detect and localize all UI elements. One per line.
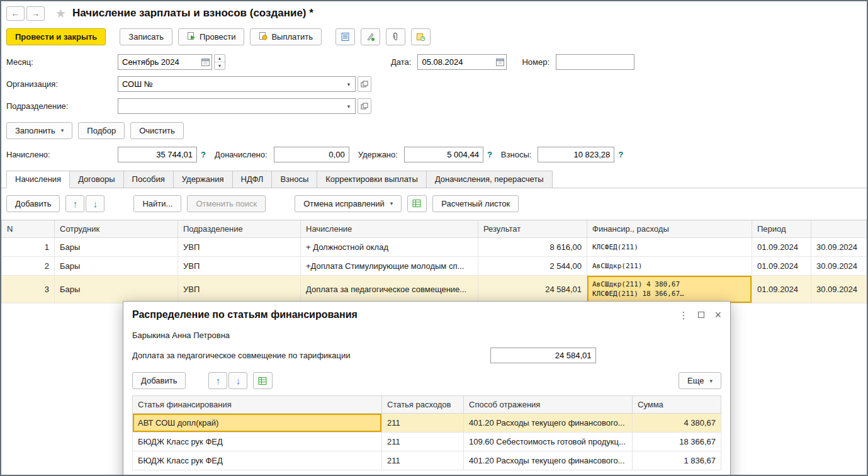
withheld-input[interactable] <box>404 147 483 162</box>
cell-method[interactable]: 109.60 Себестоимость готовой продукц... <box>464 433 633 451</box>
payslip-button[interactable]: Расчетный листок <box>432 195 519 212</box>
cell-employee[interactable]: Бары <box>55 276 178 303</box>
save-button[interactable]: Записать <box>120 28 172 45</box>
dialog-grid-settings-icon[interactable] <box>253 372 273 389</box>
department-input[interactable] <box>118 98 356 114</box>
cell-article[interactable]: АВТ СОШ допл(край) <box>133 414 382 433</box>
department-open-icon[interactable] <box>358 98 371 114</box>
tab-ndfl[interactable]: НДФЛ <box>232 171 273 188</box>
month-input[interactable] <box>118 54 212 70</box>
withheld-help-icon[interactable]: ? <box>487 150 492 159</box>
grid-settings-icon[interactable] <box>407 195 427 212</box>
month-field <box>118 54 212 70</box>
tab-posobiya[interactable]: Пособия <box>123 171 174 188</box>
tab-korrektirovki[interactable]: Корректировки выплаты <box>317 171 427 188</box>
month-calendar-icon[interactable] <box>199 55 211 69</box>
cell-accrual[interactable]: Доплата за педагогическое совмещение... <box>301 276 478 303</box>
cell-period-start[interactable]: 01.09.2024 <box>752 238 811 257</box>
cell-period-end[interactable]: 30.09.2024 <box>811 257 867 276</box>
cell-sum[interactable]: 1 836,67 <box>633 451 721 470</box>
table-row[interactable]: 2 Бары УВП +Доплата Стимулирующие молоды… <box>2 257 867 276</box>
tab-uderzhaniya[interactable]: Удержания <box>173 171 233 188</box>
dialog-add-button[interactable]: Добавить <box>132 372 186 389</box>
contrib-input[interactable] <box>538 147 614 162</box>
cancel-corrections-button[interactable]: Отмена исправлений ▾ <box>295 195 402 212</box>
move-up-button[interactable]: ↑ <box>65 195 84 212</box>
totals-row: Начислено: ? Доначислено: Удержано: ? Вз… <box>1 147 867 162</box>
cell-expense[interactable]: 211 <box>382 451 464 470</box>
contrib-help-icon[interactable]: ? <box>618 150 623 159</box>
dialog-menu-icon[interactable]: ⋮ <box>679 310 688 320</box>
cell-article[interactable]: БЮДЖ Класс рук ФЕД <box>133 433 382 451</box>
attachments-paperclip-icon[interactable] <box>386 28 405 45</box>
cell-result[interactable]: 2 544,00 <box>478 257 587 276</box>
cancel-search-button[interactable]: Отменить поиск <box>187 195 266 212</box>
dialog-accrual-field <box>490 348 596 363</box>
cell-sum[interactable]: 4 380,67 <box>633 414 721 433</box>
cell-period-end[interactable]: 30.09.2024 <box>811 276 867 303</box>
cell-accrual[interactable]: + Должностной оклад <box>301 238 478 257</box>
organization-input[interactable] <box>118 76 356 92</box>
dialog-move-up-button[interactable]: ↑ <box>208 372 227 389</box>
cell-financing-selected[interactable]: АвСШдкр(211) 4 380,67 КЛСФЕД(211) 18 366… <box>587 276 752 303</box>
dialog-more-button[interactable]: Еще ▾ <box>679 372 721 389</box>
pick-button[interactable]: Подбор <box>78 122 125 139</box>
organization-open-icon[interactable] <box>358 76 371 92</box>
post-button[interactable]: Провести <box>178 28 245 45</box>
cell-department[interactable]: УВП <box>178 276 301 303</box>
cell-result[interactable]: 24 584,01 <box>478 276 587 303</box>
post-and-close-button[interactable]: Провести и закрыть <box>6 28 106 45</box>
month-stepper[interactable]: ▲▼ <box>214 54 225 70</box>
dialog-close-icon[interactable]: × <box>714 309 721 320</box>
cell-accrual[interactable]: +Доплата Стимулирующие молодым сп... <box>301 257 478 276</box>
pay-sheet-icon[interactable] <box>335 28 355 45</box>
back-button[interactable]: ← <box>6 6 25 21</box>
organization-dropdown-icon[interactable]: ▾ <box>342 77 355 91</box>
cell-period-end[interactable]: 30.09.2024 <box>811 238 867 257</box>
move-down-button[interactable]: ↓ <box>86 195 104 212</box>
tab-vznosy[interactable]: Взносы <box>271 171 317 188</box>
cell-financing[interactable]: КЛСФЕД(211) <box>587 238 752 257</box>
cell-result[interactable]: 8 616,00 <box>478 238 587 257</box>
signature-quill-icon[interactable] <box>361 28 380 45</box>
tab-dogovory[interactable]: Договоры <box>69 171 123 188</box>
tab-nachisleniya[interactable]: Начисления <box>6 171 70 188</box>
dialog-table-row[interactable]: БЮДЖ Класс рук ФЕД 211 401.20 Расходы те… <box>133 451 721 470</box>
cell-expense[interactable]: 211 <box>382 433 464 451</box>
find-button[interactable]: Найти... <box>133 195 181 212</box>
cell-method[interactable]: 401.20 Расходы текущего финансового... <box>464 414 633 433</box>
tab-donachisleniya[interactable]: Доначисления, перерасчеты <box>426 171 553 188</box>
accrued-help-icon[interactable]: ? <box>201 150 206 159</box>
dialog-maximize-icon[interactable] <box>698 312 704 318</box>
accrued-input[interactable] <box>118 147 197 162</box>
additional-input[interactable] <box>274 147 349 162</box>
cell-employee[interactable]: Бары <box>55 238 178 257</box>
date-calendar-icon[interactable] <box>493 55 506 69</box>
cell-method[interactable]: 401.20 Расходы текущего финансового... <box>464 451 633 470</box>
cell-financing[interactable]: АвСШдкр(211) <box>587 257 752 276</box>
dialog-move-down-button[interactable]: ↓ <box>228 372 247 389</box>
cell-employee[interactable]: Бары <box>55 257 178 276</box>
dialog-table-row-selected[interactable]: АВТ СОШ допл(край) 211 401.20 Расходы те… <box>133 414 721 433</box>
cell-article[interactable]: БЮДЖ Класс рук ФЕД <box>133 451 382 470</box>
cell-expense[interactable]: 211 <box>382 414 464 433</box>
dialog-accrual-input[interactable] <box>490 348 596 363</box>
cell-n: 2 <box>2 257 55 276</box>
dialog-table-row[interactable]: БЮДЖ Класс рук ФЕД 211 109.60 Себестоимо… <box>133 433 721 451</box>
table-row-selected[interactable]: 3 Бары УВП Доплата за педагогическое сов… <box>2 276 867 303</box>
pay-button[interactable]: Выплатить <box>250 28 322 45</box>
add-row-button[interactable]: Добавить <box>6 195 60 212</box>
cell-sum[interactable]: 18 366,67 <box>633 433 721 451</box>
favorite-star-icon[interactable]: ★ <box>55 6 66 21</box>
forward-button[interactable]: → <box>26 6 45 21</box>
cell-period-start[interactable]: 01.09.2024 <box>752 276 811 303</box>
department-dropdown-icon[interactable]: ▾ <box>342 99 355 113</box>
clear-button[interactable]: Очистить <box>130 122 184 139</box>
fill-button[interactable]: Заполнить ▾ <box>6 122 72 139</box>
table-row[interactable]: 1 Бары УВП + Должностной оклад 8 616,00 … <box>2 238 867 257</box>
cell-period-start[interactable]: 01.09.2024 <box>752 257 811 276</box>
cell-department[interactable]: УВП <box>178 257 301 276</box>
cell-department[interactable]: УВП <box>178 238 301 257</box>
versions-history-icon[interactable] <box>411 28 431 45</box>
number-input[interactable] <box>556 54 634 70</box>
